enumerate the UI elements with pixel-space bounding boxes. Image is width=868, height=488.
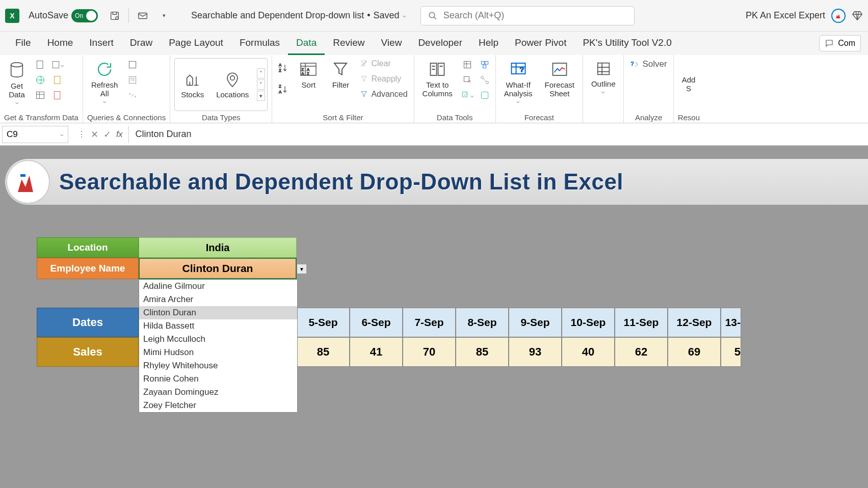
dropdown-toggle-icon[interactable]: ▼ [297, 264, 307, 274]
dd-item[interactable]: Leigh Mcculloch [139, 333, 297, 346]
worksheet[interactable]: Searchable and Dependent Drop-Down List … [0, 146, 868, 488]
solver-button[interactable]: ? Solver [628, 58, 669, 70]
data-types-more-icon[interactable]: ▾ [257, 91, 265, 101]
text-columns-icon [428, 60, 446, 78]
sale-cell[interactable]: 93 [509, 337, 562, 367]
tab-pk-utility[interactable]: PK's Utility Tool V2.0 [574, 32, 679, 55]
consolidate-icon[interactable] [478, 58, 491, 71]
sort-asc-button[interactable]: AZ [276, 61, 290, 74]
text-to-columns-button[interactable]: Text to Columns [418, 58, 457, 100]
clear-filter-button[interactable]: Clear [358, 58, 409, 69]
refresh-all-button[interactable]: Refresh All ⌵ [87, 58, 122, 106]
data-types-up-icon[interactable]: ˄ [257, 68, 265, 78]
sale-cell[interactable]: 69 [668, 337, 721, 367]
sale-cell[interactable]: 70 [403, 337, 456, 367]
search-input[interactable]: Search (Alt+Q) [420, 6, 635, 25]
existing-conn-icon[interactable] [51, 73, 64, 87]
advanced-button[interactable]: Advanced [358, 89, 409, 100]
dd-item[interactable]: Rhyley Whitehouse [139, 359, 297, 372]
fx-icon[interactable]: fx [116, 130, 122, 139]
data-types-down-icon[interactable]: ˅ [257, 79, 265, 90]
tab-draw[interactable]: Draw [122, 32, 161, 55]
add-button[interactable]: Add S [678, 58, 700, 95]
remove-dup-icon[interactable] [461, 73, 474, 87]
dd-item[interactable]: Zayaan Dominguez [139, 386, 297, 399]
cancel-icon[interactable]: ✕ [91, 129, 98, 140]
tab-developer[interactable]: Developer [410, 32, 470, 55]
date-cell[interactable]: 9-Sep [509, 308, 562, 337]
data-model-icon[interactable] [478, 89, 491, 102]
filter-button[interactable]: Filter [327, 58, 354, 91]
sale-cell[interactable]: 62 [615, 337, 668, 367]
date-cell[interactable]: 12-Sep [668, 308, 721, 337]
formula-input[interactable]: Clinton Duran [129, 129, 868, 140]
tab-help[interactable]: Help [470, 32, 507, 55]
date-cell[interactable]: 5-Sep [297, 308, 350, 337]
stocks-button[interactable]: Stocks [177, 69, 208, 101]
location-cell[interactable]: India [139, 237, 297, 258]
name-box[interactable]: C9 ⌵ [2, 126, 68, 143]
sort-desc-button[interactable]: ZA [276, 83, 290, 96]
enter-icon[interactable]: ✓ [103, 129, 111, 140]
get-data-button[interactable]: Get Data ⌵ [4, 58, 30, 107]
relationships-icon[interactable] [478, 73, 491, 87]
sale-cell[interactable]: 5 [721, 337, 741, 367]
queries-icon[interactable] [126, 58, 139, 71]
tab-home[interactable]: Home [39, 32, 82, 55]
sale-cell[interactable]: 85 [297, 337, 350, 367]
employee-dropdown[interactable]: Adaline Gilmour Amira Archer Clinton Dur… [139, 279, 298, 413]
dd-item-selected[interactable]: Clinton Duran [139, 306, 297, 319]
date-cell[interactable]: 7-Sep [403, 308, 456, 337]
employee-cell[interactable]: Clinton Duran ▼ [139, 258, 297, 279]
sort-button[interactable]: ZAAZ Sort [294, 58, 323, 91]
mail-icon[interactable] [137, 10, 148, 21]
edit-links-icon[interactable] [126, 89, 139, 102]
tab-power-pivot[interactable]: Power Pivot [507, 32, 574, 55]
svg-rect-26 [464, 76, 469, 82]
dd-item[interactable]: Amira Archer [139, 293, 297, 306]
dd-item[interactable]: Zoey Fletcher [139, 399, 297, 412]
properties-icon[interactable] [126, 73, 139, 87]
date-cell[interactable]: 11-Sep [615, 308, 668, 337]
from-table-icon[interactable] [34, 89, 47, 102]
sale-cell[interactable]: 85 [456, 337, 509, 367]
dd-item[interactable]: Ronnie Cohen [139, 372, 297, 386]
fb-more-icon[interactable]: ⋮ [77, 129, 86, 139]
dd-item[interactable]: Mimi Hudson [139, 346, 297, 359]
tab-file[interactable]: File [7, 32, 39, 55]
from-text-icon[interactable] [34, 58, 47, 71]
tab-insert[interactable]: Insert [81, 32, 122, 55]
reapply-button[interactable]: Reapply [358, 73, 409, 85]
tab-review[interactable]: Review [325, 32, 373, 55]
svg-rect-11 [129, 61, 136, 68]
dd-item[interactable]: Hilda Bassett [139, 319, 297, 333]
locations-button[interactable]: Locations [212, 69, 253, 101]
tab-formulas[interactable]: Formulas [231, 32, 288, 55]
whatif-icon: ? [509, 60, 528, 78]
user-area[interactable]: PK An Excel Expert [746, 9, 863, 23]
file-name[interactable]: Searchable and Dependent Drop-down list … [191, 10, 406, 21]
date-cell[interactable]: 10-Sep [562, 308, 615, 337]
date-cell[interactable]: 13- [721, 308, 741, 337]
comments-button[interactable]: Com [819, 35, 861, 51]
date-cell[interactable]: 8-Sep [456, 308, 509, 337]
sale-cell[interactable]: 40 [562, 337, 615, 367]
forecast-sheet-button[interactable]: Forecast Sheet [541, 58, 578, 100]
whatif-button[interactable]: ? What-If Analysis ⌵ [500, 58, 537, 106]
tab-data[interactable]: Data [288, 32, 325, 55]
recent-sources-icon[interactable]: ⌵ [51, 58, 64, 71]
date-cell[interactable]: 6-Sep [350, 308, 403, 337]
tab-page-layout[interactable]: Page Layout [161, 32, 231, 55]
diamond-icon[interactable] [852, 10, 863, 21]
qat-dropdown-icon[interactable]: ▾ [163, 12, 166, 19]
save-icon[interactable] [109, 10, 120, 21]
from-web-icon[interactable] [34, 73, 47, 87]
from-pic-icon[interactable] [51, 89, 64, 102]
autosave-toggle[interactable]: On [71, 9, 98, 22]
tab-view[interactable]: View [373, 32, 410, 55]
data-validation-icon[interactable]: ⌵ [461, 89, 474, 102]
flash-fill-icon[interactable] [461, 58, 474, 71]
dd-item[interactable]: Adaline Gilmour [139, 280, 297, 293]
sale-cell[interactable]: 41 [350, 337, 403, 367]
outline-button[interactable]: Outline ⌵ [587, 58, 620, 97]
